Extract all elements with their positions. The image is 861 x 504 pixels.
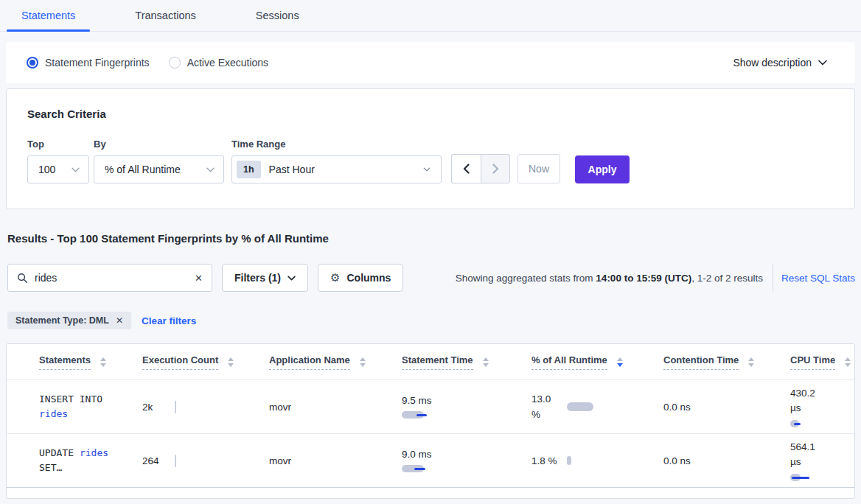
pct-runtime-bar <box>567 402 593 411</box>
time-range-field: Time Range 1h Past Hour <box>231 139 451 183</box>
time-range-value: Past Hour <box>269 164 423 175</box>
column-header-statement-time[interactable]: Statement Time <box>394 354 524 370</box>
remove-filter-icon[interactable]: ✕ <box>116 315 123 326</box>
execution-count-bar <box>175 455 176 467</box>
statement-time-bar <box>402 411 446 419</box>
application-name-cell: movr <box>262 402 394 413</box>
cpu-time-bar <box>790 420 834 427</box>
radio-label: Statement Fingerprints <box>45 57 150 69</box>
column-header-execution-count[interactable]: Execution Count <box>135 354 262 370</box>
radio-selected-icon <box>27 57 38 69</box>
top-field: Top 100 <box>27 139 94 183</box>
show-description-label: Show description <box>733 57 812 69</box>
statement-fingerprint-link[interactable]: INSERT INTO rides <box>32 392 135 421</box>
pct-runtime-bar <box>567 456 571 465</box>
execution-count-cell: 2k <box>135 401 262 413</box>
chevron-down-icon <box>206 167 215 172</box>
sort-icon[interactable] <box>360 357 366 367</box>
toolbar-divider <box>773 264 773 292</box>
tab-statements[interactable]: Statements <box>7 0 90 31</box>
cpu-time-cell: 430.2 µs <box>783 386 854 427</box>
view-toggle-bar: Statement Fingerprints Active Executions… <box>6 42 855 83</box>
results-toolbar: ✕ Filters (1) ⚙ Columns Showing aggregat… <box>7 264 855 292</box>
sort-icon[interactable] <box>228 357 234 367</box>
execution-count-bar <box>175 401 176 413</box>
clear-search-icon[interactable]: ✕ <box>195 273 203 284</box>
time-nav-arrows <box>451 154 510 183</box>
top-select[interactable]: 100 <box>27 155 89 183</box>
chevron-down-icon <box>72 167 80 172</box>
sort-icon[interactable] <box>100 357 106 367</box>
top-label: Top <box>27 139 94 150</box>
radio-active-executions[interactable]: Active Executions <box>169 57 269 69</box>
sort-icon[interactable] <box>748 357 754 367</box>
time-range-badge: 1h <box>237 161 261 178</box>
search-criteria-panel: Search Criteria Top 100 By % of All Runt… <box>6 88 855 209</box>
cpu-time-bar <box>790 474 834 481</box>
pct-runtime-cell: 1.8 % <box>524 453 656 469</box>
now-button[interactable]: Now <box>517 154 560 183</box>
statement-fingerprint-link[interactable]: UPDATErides SET… <box>32 446 135 475</box>
sort-icon[interactable] <box>617 357 623 367</box>
aggregated-stats-text: Showing aggregated stats from 14:00 to 1… <box>456 273 763 284</box>
statement-time-cell: 9.5 ms <box>394 395 524 419</box>
sort-icon[interactable] <box>483 357 489 367</box>
gear-icon: ⚙ <box>330 271 340 284</box>
statements-table: Statements Execution Count Application N… <box>6 343 855 499</box>
clear-filters-link[interactable]: Clear filters <box>142 315 196 326</box>
statement-time-cell: 9.0 ms <box>394 449 524 472</box>
execution-count-cell: 264 <box>135 455 262 467</box>
by-value: % of All Runtime <box>105 164 206 175</box>
sort-icon[interactable] <box>845 357 851 367</box>
show-description-toggle[interactable]: Show description <box>733 57 827 69</box>
search-input[interactable] <box>35 272 195 284</box>
pct-runtime-cell: 13.0 % <box>524 391 656 422</box>
radio-statement-fingerprints[interactable]: Statement Fingerprints <box>27 57 150 69</box>
radio-unselected-icon <box>169 57 181 69</box>
application-name-cell: movr <box>262 455 394 466</box>
tab-transactions[interactable]: Transactions <box>120 0 210 31</box>
filter-chip-statement-type[interactable]: Statement Type: DML ✕ <box>7 312 131 329</box>
active-filters-row: Statement Type: DML ✕ Clear filters <box>7 312 854 329</box>
table-row: UPDATErides SET… 264 movr 9.0 ms 1.8 % 0… <box>7 434 854 488</box>
tab-sessions[interactable]: Sessions <box>241 0 314 31</box>
column-header-pct-of-all-runtime[interactable]: % of All Runtime <box>524 354 656 370</box>
radio-label: Active Executions <box>187 57 269 69</box>
by-label: By <box>94 139 231 150</box>
time-range-select[interactable]: 1h Past Hour <box>231 155 442 183</box>
previous-time-button[interactable] <box>451 154 481 183</box>
time-range-label: Time Range <box>231 139 451 150</box>
by-select[interactable]: % of All Runtime <box>94 155 224 183</box>
chevron-down-icon <box>287 276 296 281</box>
column-header-contention-time[interactable]: Contention Time <box>656 354 783 370</box>
columns-label: Columns <box>346 272 391 284</box>
contention-time-cell: 0.0 ns <box>656 402 783 413</box>
next-time-button[interactable] <box>481 154 510 183</box>
top-value: 100 <box>38 164 72 175</box>
columns-button[interactable]: ⚙ Columns <box>318 264 403 292</box>
search-criteria-form: Top 100 By % of All Runtime Time Range 1… <box>27 139 834 183</box>
search-box[interactable]: ✕ <box>7 264 212 292</box>
reset-sql-stats-link[interactable]: Reset SQL Stats <box>781 273 855 284</box>
column-header-application-name[interactable]: Application Name <box>262 354 394 370</box>
results-heading: Results - Top 100 Statement Fingerprints… <box>7 232 854 245</box>
contention-time-cell: 0.0 ns <box>656 455 783 466</box>
column-header-cpu-time[interactable]: CPU Time <box>783 354 854 370</box>
sql-activity-tabbar: Statements Transactions Sessions <box>0 0 861 32</box>
chevron-down-icon <box>818 60 827 66</box>
statement-time-bar <box>402 465 446 472</box>
table-header-row: Statements Execution Count Application N… <box>7 344 854 380</box>
chevron-down-icon <box>423 167 430 172</box>
table-row: INSERT INTO rides 2k movr 9.5 ms 13.0 % … <box>7 380 854 434</box>
filters-label: Filters (1) <box>234 272 281 284</box>
chevron-right-icon <box>492 164 499 174</box>
chevron-left-icon <box>463 164 470 174</box>
cpu-time-cell: 564.1 µs <box>783 440 854 481</box>
search-criteria-title: Search Criteria <box>27 108 834 120</box>
filter-chip-label: Statement Type: DML <box>15 315 109 326</box>
column-header-statements[interactable]: Statements <box>32 354 135 370</box>
filters-button[interactable]: Filters (1) <box>222 264 308 292</box>
apply-button[interactable]: Apply <box>575 155 630 183</box>
by-field: By % of All Runtime <box>94 139 231 183</box>
search-icon <box>17 273 28 284</box>
